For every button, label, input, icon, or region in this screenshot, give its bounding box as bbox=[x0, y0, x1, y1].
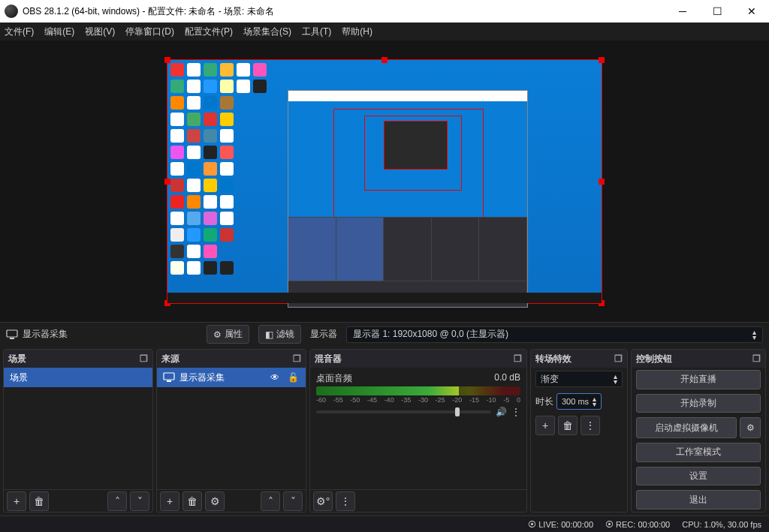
svg-rect-2 bbox=[164, 373, 174, 380]
resize-handle[interactable] bbox=[599, 179, 605, 185]
db-scale: -60-55-50-45-40-35-30-25-20-15-10-50 bbox=[316, 396, 520, 404]
add-scene-button[interactable]: + bbox=[7, 491, 26, 511]
captured-taskbar bbox=[167, 293, 602, 303]
start-recording-button[interactable]: 开始录制 bbox=[636, 394, 761, 413]
start-virtual-cam-button[interactable]: 启动虚拟摄像机 bbox=[636, 417, 737, 438]
popout-icon[interactable]: ❐ bbox=[293, 353, 301, 364]
mixer-panel: 混音器 ❐ 桌面音频 0.0 dB -60-55-50-45-40-35-30-… bbox=[309, 349, 527, 512]
menu-view[interactable]: 视图(V) bbox=[85, 26, 115, 38]
add-source-button[interactable]: + bbox=[160, 491, 179, 511]
resize-handle[interactable] bbox=[164, 179, 170, 185]
properties-button[interactable]: ⚙ 属性 bbox=[207, 325, 249, 344]
current-source-indicator: 显示器采集 bbox=[6, 328, 68, 341]
track-menu-button[interactable]: ⋮ bbox=[511, 407, 520, 417]
add-transition-button[interactable]: + bbox=[535, 416, 555, 435]
mixer-track-db: 0.0 dB bbox=[494, 372, 520, 385]
scene-down-button[interactable]: ˅ bbox=[130, 491, 149, 511]
scenes-title: 场景 bbox=[8, 353, 26, 365]
captured-obs-window bbox=[288, 90, 528, 308]
source-properties-button[interactable]: ⚙ bbox=[205, 491, 225, 511]
resize-handle[interactable] bbox=[164, 57, 170, 63]
window-title: OBS 28.1.2 (64-bit, windows) - 配置文件: 未命名… bbox=[23, 5, 274, 18]
svg-rect-3 bbox=[167, 380, 171, 382]
window-titlebar: OBS 28.1.2 (64-bit, windows) - 配置文件: 未命名… bbox=[0, 0, 769, 23]
source-item[interactable]: 显示器采集 👁 🔓 bbox=[157, 368, 306, 387]
monitor-icon bbox=[163, 372, 175, 383]
transitions-panel: 转场特效 ❐ 渐变 ▴▾ 时长 300 ms ▴▾ + 🗑 ⋮ bbox=[530, 349, 628, 512]
menubar: 文件(F) 编辑(E) 视图(V) 停靠窗口(D) 配置文件(P) 场景集合(S… bbox=[0, 23, 769, 41]
captured-desktop-icons bbox=[170, 63, 268, 276]
filters-label: 滤镜 bbox=[276, 328, 294, 341]
scenes-panel: 场景 ❐ 场景 + 🗑 ˄ ˅ bbox=[3, 349, 153, 512]
chevron-updown-icon: ▴▾ bbox=[614, 374, 617, 384]
display-select-value: 显示器 1: 1920x1080 @ 0,0 (主显示器) bbox=[353, 328, 508, 341]
status-live: ⦿ LIVE: 00:00:00 bbox=[528, 520, 593, 529]
mixer-menu-button[interactable]: ⋮ bbox=[336, 491, 355, 511]
statusbar: ⦿ LIVE: 00:00:00 ⦿ REC: 00:00:00 CPU: 1.… bbox=[0, 515, 769, 532]
scene-item-label: 场景 bbox=[10, 371, 28, 384]
current-source-label: 显示器采集 bbox=[23, 328, 68, 341]
minimize-button[interactable]: ─ bbox=[665, 0, 700, 23]
status-rec: ⦿ REC: 00:00:00 bbox=[605, 520, 670, 529]
preview-source-bounds[interactable] bbox=[167, 59, 602, 304]
mixer-track: 桌面音频 0.0 dB -60-55-50-45-40-35-30-25-20-… bbox=[310, 368, 526, 422]
virtual-cam-settings-button[interactable]: ⚙ bbox=[740, 417, 761, 438]
sources-panel: 来源 ❐ 显示器采集 👁 🔓 + 🗑 ⚙ ˄ ˅ bbox=[156, 349, 306, 512]
docks-row: 场景 ❐ 场景 + 🗑 ˄ ˅ 来源 ❐ 显示器采集 👁 bbox=[0, 346, 769, 515]
mixer-advanced-button[interactable]: ⚙° bbox=[313, 491, 333, 511]
popout-icon[interactable]: ❐ bbox=[614, 353, 623, 364]
popout-icon[interactable]: ❐ bbox=[752, 353, 761, 364]
audio-meter bbox=[316, 386, 520, 395]
controls-panel: 控制按钮 ❐ 开始直播 开始录制 启动虚拟摄像机 ⚙ 工作室模式 设置 退出 bbox=[631, 349, 766, 512]
maximize-button[interactable]: ☐ bbox=[700, 0, 734, 23]
transitions-title: 转场特效 bbox=[535, 353, 571, 365]
transition-type-select[interactable]: 渐变 ▴▾ bbox=[535, 371, 623, 387]
display-select[interactable]: 显示器 1: 1920x1080 @ 0,0 (主显示器) ▴▾ bbox=[346, 326, 763, 343]
remove-transition-button[interactable]: 🗑 bbox=[558, 416, 578, 435]
popout-icon[interactable]: ❐ bbox=[514, 353, 522, 364]
mixer-track-name: 桌面音频 bbox=[316, 372, 352, 385]
menu-scene-collection[interactable]: 场景集合(S) bbox=[243, 26, 291, 38]
close-button[interactable]: ✕ bbox=[734, 0, 769, 23]
menu-edit[interactable]: 编辑(E) bbox=[44, 26, 74, 38]
studio-mode-button[interactable]: 工作室模式 bbox=[636, 443, 761, 462]
duration-value: 300 ms bbox=[562, 397, 589, 406]
scene-item[interactable]: 场景 bbox=[4, 368, 152, 387]
menu-tools[interactable]: 工具(T) bbox=[302, 26, 331, 38]
lock-toggle[interactable]: 🔓 bbox=[286, 372, 300, 383]
menu-dock[interactable]: 停靠窗口(D) bbox=[125, 26, 174, 38]
resize-handle[interactable] bbox=[599, 57, 605, 63]
obs-app-icon bbox=[5, 5, 18, 18]
sources-title: 来源 bbox=[161, 353, 179, 365]
filters-button[interactable]: ◧ 滤镜 bbox=[258, 325, 301, 344]
properties-label: 属性 bbox=[225, 328, 243, 341]
remove-scene-button[interactable]: 🗑 bbox=[29, 491, 49, 511]
resize-handle[interactable] bbox=[381, 57, 388, 63]
menu-file[interactable]: 文件(F) bbox=[5, 26, 34, 38]
volume-slider[interactable] bbox=[316, 410, 491, 413]
preview-area[interactable] bbox=[0, 41, 769, 322]
mixer-title: 混音器 bbox=[315, 353, 342, 365]
gear-icon: ⚙ bbox=[213, 329, 222, 340]
chevron-updown-icon: ▴▾ bbox=[593, 396, 596, 407]
source-up-button[interactable]: ˄ bbox=[261, 491, 280, 511]
scene-up-button[interactable]: ˄ bbox=[107, 491, 127, 511]
svg-rect-1 bbox=[10, 338, 14, 339]
menu-help[interactable]: 帮助(H) bbox=[342, 26, 372, 38]
filters-icon: ◧ bbox=[265, 329, 273, 340]
popout-icon[interactable]: ❐ bbox=[140, 353, 148, 364]
status-cpu: CPU: 1.0%, 30.00 fps bbox=[682, 520, 761, 529]
remove-source-button[interactable]: 🗑 bbox=[182, 491, 202, 511]
settings-button[interactable]: 设置 bbox=[636, 467, 761, 486]
display-label: 显示器 bbox=[310, 328, 337, 341]
start-streaming-button[interactable]: 开始直播 bbox=[636, 370, 761, 389]
monitor-icon bbox=[6, 329, 18, 340]
source-down-button[interactable]: ˅ bbox=[283, 491, 303, 511]
exit-button[interactable]: 退出 bbox=[636, 490, 761, 509]
duration-input[interactable]: 300 ms ▴▾ bbox=[556, 393, 602, 410]
visibility-toggle[interactable]: 👁 bbox=[268, 372, 282, 383]
menu-profile[interactable]: 配置文件(P) bbox=[185, 26, 233, 38]
transition-menu-button[interactable]: ⋮ bbox=[581, 416, 600, 435]
speaker-icon[interactable]: 🔊 bbox=[496, 407, 507, 417]
duration-label: 时长 bbox=[535, 395, 553, 408]
